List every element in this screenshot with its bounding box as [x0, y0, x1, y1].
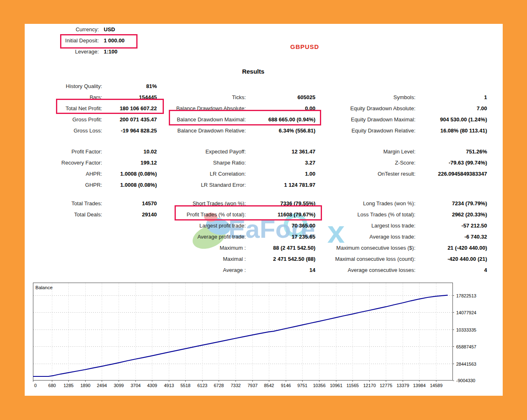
- stat-row: GHPR:1.0008 (0.08%)LR Standard Error:1 1…: [33, 179, 496, 190]
- stat-label: Balance Drawdown Absolute:: [161, 105, 246, 111]
- stat-row: History Quality:81%: [33, 81, 496, 92]
- stat-label: Average loss trade:: [319, 234, 415, 240]
- x-tick-label: 12775: [380, 383, 392, 388]
- stat-label: Maximal consecutive loss (count):: [319, 256, 415, 262]
- initial-deposit-label: Initial Deposit:: [33, 37, 99, 44]
- x-tick-label: 12170: [363, 383, 376, 388]
- y-tick-label: 65887457: [456, 344, 476, 349]
- stat-value: 226.0945849383347: [415, 171, 487, 177]
- x-tick-label: 9751: [297, 383, 307, 388]
- initial-deposit-value: 1 000.00: [104, 37, 125, 44]
- stat-value: 81%: [102, 83, 157, 89]
- stat-value: 605025: [246, 94, 315, 100]
- stat-label: Maximal :: [161, 256, 246, 262]
- x-tick-label: 3099: [114, 383, 124, 388]
- stat-label: Z-Score:: [319, 160, 415, 166]
- stat-label: LR Standard Error:: [161, 182, 246, 188]
- chart-title: Balance: [35, 285, 53, 290]
- balance-chart: 0680128518902494309937044309491355186123…: [33, 283, 502, 395]
- stat-row: Gross Loss:-19 964 828.25Balance Drawdow…: [33, 125, 496, 136]
- stat-label: Profit Trades (% of total):: [161, 211, 246, 218]
- stat-label: Average :: [161, 267, 246, 273]
- stat-value: -57 212.50: [415, 223, 487, 229]
- x-tick-label: 2494: [97, 383, 107, 388]
- stat-value: -6 740.32: [415, 234, 487, 240]
- initial-deposit-row: Initial Deposit: 1 000.00: [33, 35, 125, 46]
- stat-label: Recovery Factor:: [33, 160, 102, 166]
- x-tick-label: 0: [34, 383, 37, 388]
- leverage-value: 1:100: [104, 49, 117, 55]
- stat-row: Recovery Factor:199.12Sharpe Ratio:3.27Z…: [33, 157, 496, 168]
- stat-label: Total Deals:: [33, 211, 102, 218]
- stat-row: Total Net Profit:180 106 607.22Balance D…: [33, 103, 496, 114]
- stat-value: 1 124 781.97: [246, 182, 315, 188]
- stat-label: Gross Profit:: [33, 116, 102, 123]
- symbol-label: GBPUSD: [290, 43, 319, 50]
- stat-label: Equity Drawdown Maximal:: [319, 116, 415, 123]
- stat-value: -420 440.00 (21): [415, 256, 487, 262]
- x-tick-label: 7937: [247, 383, 257, 388]
- results-title: Results: [25, 68, 482, 75]
- x-tick-label: 9146: [281, 383, 291, 388]
- x-tick-label: 8542: [264, 383, 274, 388]
- x-tick-label: 680: [48, 383, 56, 388]
- stat-value: 88 (2 471 542.50): [246, 245, 315, 251]
- stat-label: Loss Trades (% of total):: [319, 211, 415, 218]
- stat-label: Symbols:: [319, 94, 415, 100]
- stat-value: 1.0008 (0.08%): [102, 182, 157, 188]
- stat-value: 7234 (79.79%): [415, 200, 487, 207]
- x-tick-label: 1285: [63, 383, 73, 388]
- stat-label: Average profit trade:: [161, 234, 246, 240]
- stat-value: 2962 (20.33%): [415, 211, 487, 218]
- stat-value: 751.26%: [415, 149, 487, 155]
- stat-label: Maximum consecutive losses ($):: [319, 245, 415, 251]
- x-tick-label: 10356: [313, 383, 326, 388]
- stat-value: 688 665.00 (0.94%): [246, 116, 315, 123]
- stat-value: 21 (-420 440.00): [415, 245, 487, 251]
- x-tick-label: 1890: [80, 383, 90, 388]
- y-tick-label: 10333335: [456, 327, 476, 332]
- report-panel: Currency: USD Initial Deposit: 1 000.00 …: [25, 24, 503, 396]
- stats-grid: History Quality:81%Bars:154445Ticks:6050…: [33, 81, 496, 276]
- stat-label: Balance Drawdown Relative:: [161, 128, 246, 134]
- x-tick-label: 13984: [413, 383, 426, 388]
- stat-row: Largest profit trade:70 365.00Largest lo…: [33, 220, 496, 231]
- x-tick-label: 3704: [131, 383, 140, 388]
- stat-value: 1.00: [246, 171, 315, 177]
- x-tick-label: 14589: [430, 383, 443, 388]
- leverage-label: Leverage:: [33, 49, 99, 55]
- stat-label: Maximum :: [161, 245, 246, 251]
- stat-row: Maximal :2 471 542.50 (88)Maximal consec…: [33, 253, 496, 265]
- stat-label: Margin Level:: [319, 149, 415, 155]
- stat-label: OnTester result:: [319, 171, 415, 177]
- stat-label: Largest profit trade:: [161, 223, 246, 229]
- stat-value: 6.34% (556.81): [246, 128, 315, 134]
- stat-row: Average profit trade:17 235.65Average lo…: [33, 231, 496, 242]
- x-tick-label: 5518: [180, 383, 190, 388]
- stat-value: 29140: [102, 211, 157, 218]
- stat-label: GHPR:: [33, 182, 102, 188]
- stat-value: -19 964 828.25: [102, 128, 157, 134]
- stat-value: 7336 (79.55%): [246, 200, 315, 207]
- stat-value: 2 471 542.50 (88): [246, 256, 315, 262]
- stat-label: Balance Drawdown Maximal:: [161, 116, 246, 123]
- stat-row: Average :14Average consecutive losses:4: [33, 265, 496, 276]
- leverage-row: Leverage: 1:100: [33, 46, 125, 57]
- stat-label: Equity Drawdown Relative:: [319, 128, 415, 134]
- page-frame: { "colors": { "frame_orange": "#F99B38",…: [0, 0, 527, 420]
- x-tick-label: 10961: [330, 383, 343, 388]
- stat-value: 1: [415, 94, 487, 100]
- stat-label: History Quality:: [33, 83, 102, 89]
- stat-value: 0.00: [246, 105, 315, 111]
- x-tick-label: 7332: [231, 383, 240, 388]
- stat-value: 70 365.00: [246, 223, 315, 229]
- stat-label: AHPR:: [33, 171, 102, 177]
- currency-row: Currency: USD: [33, 24, 125, 35]
- x-tick-label: 11565: [347, 383, 359, 388]
- stat-value: 180 106 607.22: [102, 105, 157, 111]
- stat-row: Profit Factor:10.02Expected Payoff:12 36…: [33, 146, 496, 157]
- stat-label: Total Trades:: [33, 200, 102, 207]
- currency-value: USD: [104, 26, 115, 32]
- stat-row: AHPR:1.0008 (0.08%)LR Correlation:1.00On…: [33, 168, 496, 179]
- x-tick-label: 6123: [197, 383, 207, 388]
